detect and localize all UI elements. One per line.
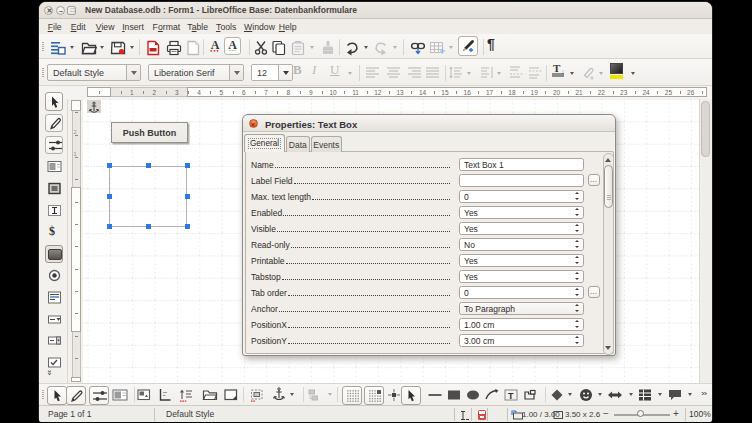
svg-text:T: T xyxy=(508,391,514,401)
